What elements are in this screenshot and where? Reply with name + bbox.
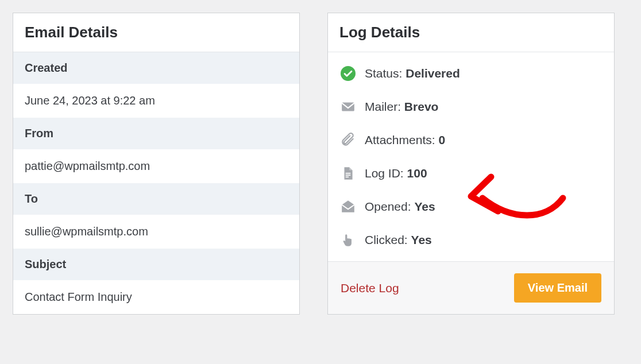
status-text: Status: Delivered	[365, 67, 460, 80]
document-icon	[341, 166, 356, 181]
check-circle-icon	[341, 66, 356, 81]
log-id-label: Log ID:	[365, 166, 404, 180]
log-id-text: Log ID: 100	[365, 166, 427, 180]
mailer-row: Mailer: Brevo	[328, 90, 614, 123]
opened-label: Opened:	[365, 200, 411, 213]
mailer-label: Mailer:	[365, 100, 401, 113]
status-row: Status: Delivered	[328, 57, 614, 90]
clicked-text: Clicked: Yes	[365, 233, 432, 247]
email-details-panel: Email Details Created June 24, 2023 at 9…	[13, 13, 300, 315]
created-label: Created	[13, 52, 299, 84]
to-label: To	[13, 183, 299, 215]
log-details-body: Status: Delivered Mailer: Brevo	[328, 52, 614, 261]
paperclip-icon	[341, 133, 356, 148]
view-email-button[interactable]: View Email	[514, 273, 601, 303]
svg-point-0	[341, 66, 356, 81]
log-details-panel: Log Details Status: Delivered	[327, 13, 615, 315]
attachments-value: 0	[438, 133, 445, 146]
created-value: June 24, 2023 at 9:22 am	[13, 84, 299, 118]
log-id-row: Log ID: 100	[328, 157, 614, 190]
clicked-row: Clicked: Yes	[328, 223, 614, 257]
open-envelope-icon	[341, 199, 356, 214]
email-details-title: Email Details	[13, 13, 299, 52]
delete-log-link[interactable]: Delete Log	[341, 281, 399, 295]
opened-row: Opened: Yes	[328, 190, 614, 223]
mailer-value: Brevo	[404, 100, 439, 113]
status-value: Delivered	[406, 67, 460, 80]
envelope-icon	[341, 99, 356, 114]
opened-value: Yes	[414, 200, 435, 213]
clicked-value: Yes	[411, 233, 432, 246]
attachments-row: Attachments: 0	[328, 123, 614, 157]
to-value: sullie@wpmailsmtp.com	[13, 215, 299, 249]
svg-rect-3	[346, 175, 351, 176]
attachments-text: Attachments: 0	[365, 133, 445, 147]
log-id-value: 100	[407, 166, 427, 180]
status-label: Status:	[365, 67, 402, 80]
mailer-text: Mailer: Brevo	[365, 100, 438, 114]
svg-rect-2	[346, 173, 351, 174]
from-value: pattie@wpmailsmtp.com	[13, 149, 299, 183]
svg-rect-4	[346, 176, 349, 177]
log-details-footer: Delete Log View Email	[328, 261, 614, 314]
opened-text: Opened: Yes	[365, 200, 435, 214]
log-details-title: Log Details	[328, 13, 614, 52]
clicked-label: Clicked:	[365, 233, 408, 246]
subject-label: Subject	[13, 249, 299, 280]
attachments-label: Attachments:	[365, 133, 435, 146]
subject-value: Contact Form Inquiry	[13, 280, 299, 314]
svg-rect-1	[342, 102, 354, 111]
pointer-icon	[341, 233, 356, 247]
from-label: From	[13, 118, 299, 149]
